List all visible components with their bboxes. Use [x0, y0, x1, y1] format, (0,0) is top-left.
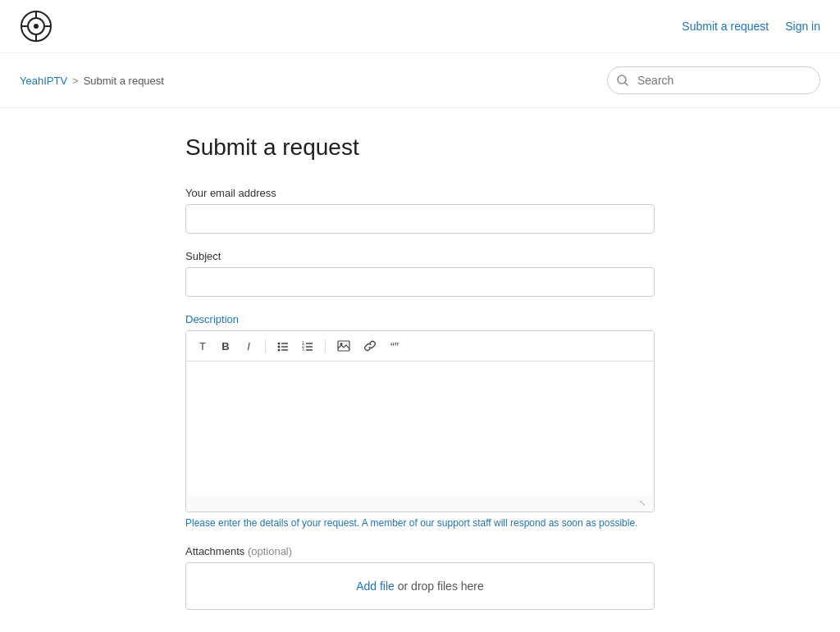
add-file-link[interactable]: Add file — [356, 580, 395, 593]
description-textarea[interactable] — [186, 361, 654, 493]
svg-rect-21 — [338, 341, 349, 351]
toolbar-unordered-list-btn[interactable] — [272, 336, 294, 356]
description-hint: Please enter the details of your request… — [185, 517, 655, 529]
email-input[interactable] — [185, 204, 655, 234]
subject-label: Subject — [185, 250, 655, 262]
breadcrumb-search-row: YeahIPTV > Submit a request — [0, 53, 840, 108]
main-content: Submit a request Your email address Subj… — [166, 108, 674, 632]
submit-request-form: Your email address Subject Description T… — [185, 187, 655, 632]
toolbar-text-btn[interactable]: T — [193, 336, 212, 356]
toolbar-separator-1 — [265, 339, 266, 352]
svg-point-13 — [278, 349, 281, 352]
search-container — [607, 66, 820, 94]
svg-point-2 — [34, 24, 39, 29]
toolbar-ordered-list-btn[interactable]: 1. 2. 3. — [297, 336, 318, 356]
toolbar-italic-btn[interactable]: I — [239, 336, 258, 356]
svg-point-11 — [278, 346, 281, 348]
resize-handle[interactable]: ⤡ — [639, 498, 649, 508]
editor-footer: ⤡ — [186, 495, 654, 512]
subject-input[interactable] — [185, 267, 655, 297]
email-label: Your email address — [185, 187, 655, 199]
description-group: Description T B I — [185, 313, 655, 529]
editor-toolbar: T B I — [186, 331, 654, 361]
logo-icon — [20, 10, 52, 43]
breadcrumb: YeahIPTV > Submit a request — [20, 75, 164, 87]
breadcrumb-home-link[interactable]: YeahIPTV — [20, 75, 67, 87]
toolbar-quote-btn[interactable]: “” — [385, 336, 404, 356]
subject-group: Subject — [185, 250, 655, 297]
attachments-dropzone[interactable]: Add file or drop files here — [185, 562, 655, 610]
search-input[interactable] — [607, 66, 820, 94]
sign-in-nav-link[interactable]: Sign in — [785, 20, 820, 33]
description-editor-container: T B I — [185, 330, 655, 512]
attachments-label: Attachments (optional) — [185, 545, 655, 557]
submit-request-nav-link[interactable]: Submit a request — [682, 20, 769, 33]
svg-line-8 — [625, 83, 628, 85]
header: Submit a request Sign in — [0, 0, 840, 53]
breadcrumb-current: Submit a request — [84, 75, 164, 87]
drop-files-text: or drop files here — [395, 580, 484, 593]
toolbar-image-btn[interactable] — [332, 336, 355, 356]
svg-point-9 — [278, 343, 281, 345]
attachments-label-text: Attachments — [185, 545, 244, 557]
toolbar-link-btn[interactable] — [358, 336, 381, 356]
description-label: Description — [185, 313, 655, 325]
page-title: Submit a request — [185, 134, 655, 161]
attachments-optional-text: (optional) — [248, 545, 292, 557]
header-nav: Submit a request Sign in — [682, 20, 820, 33]
breadcrumb-separator: > — [72, 75, 79, 87]
svg-text:3.: 3. — [302, 347, 305, 352]
toolbar-separator-2 — [325, 339, 326, 352]
toolbar-bold-btn[interactable]: B — [216, 336, 235, 356]
search-icon — [617, 75, 628, 86]
logo-container — [20, 10, 52, 43]
attachments-group: Attachments (optional) Add file or drop … — [185, 545, 655, 610]
email-group: Your email address — [185, 187, 655, 234]
